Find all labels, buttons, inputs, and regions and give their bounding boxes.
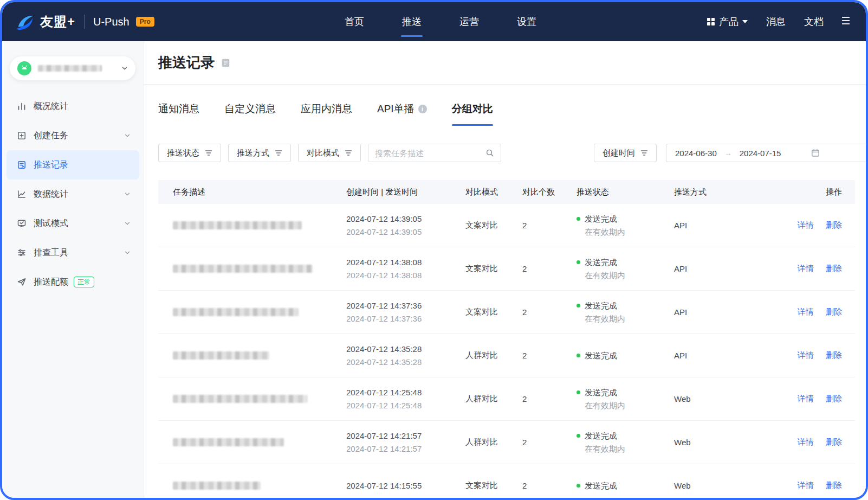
- nav-item-home[interactable]: 首页: [345, 2, 364, 41]
- chevron-down-icon: [121, 65, 128, 72]
- sidebar-item-test-mode[interactable]: 测试模式: [7, 209, 139, 238]
- nav-item-messages[interactable]: 消息: [766, 15, 786, 28]
- calendar-icon[interactable]: [811, 149, 820, 157]
- row-status-text: 发送完成: [585, 479, 617, 492]
- logo-group: 友盟+ U-Push Pro: [14, 2, 154, 41]
- caret-down-icon: [742, 20, 748, 23]
- tab-notification-message[interactable]: 通知消息: [158, 102, 199, 126]
- row-push-method: API: [674, 221, 755, 230]
- sidebar-item-create-task[interactable]: 创建任务: [7, 121, 139, 150]
- row-detail-link[interactable]: 详情: [798, 307, 814, 316]
- row-delete-link[interactable]: 删除: [826, 220, 842, 229]
- row-detail-link[interactable]: 详情: [798, 480, 814, 490]
- push-records-icon: [16, 159, 27, 170]
- brand-name: 友盟+: [40, 13, 75, 30]
- row-compare-mode: 人群对比: [465, 394, 522, 404]
- date-range-picker[interactable]: 2024-06-30 → 2024-07-15: [666, 144, 867, 162]
- row-sent-time: 2024-07-12 14:38:08: [346, 269, 465, 282]
- push-method-filter[interactable]: 推送方式: [228, 144, 291, 162]
- sidebar-item-overview[interactable]: 概况统计: [7, 92, 139, 121]
- sidebar-item-label: 创建任务: [34, 130, 68, 142]
- tab-group-compare[interactable]: 分组对比: [452, 102, 493, 126]
- row-compare-count: 2: [522, 351, 576, 360]
- row-detail-link[interactable]: 详情: [798, 437, 814, 446]
- nav-item-settings[interactable]: 设置: [517, 2, 536, 41]
- row-compare-mode: 文案对比: [465, 264, 522, 274]
- tab-custom-message[interactable]: 自定义消息: [224, 102, 276, 126]
- row-sent-time: 2024-07-12 14:25:48: [346, 399, 465, 412]
- row-compare-count: 2: [522, 307, 576, 317]
- nav-item-docs[interactable]: 文档: [804, 15, 824, 28]
- date-start[interactable]: 2024-06-30: [675, 149, 717, 158]
- sidebar-item-data-stats[interactable]: 数据统计: [7, 180, 139, 209]
- create-time-filter[interactable]: 创建时间: [594, 144, 657, 162]
- task-desc-redacted: [173, 221, 302, 229]
- row-compare-mode: 文案对比: [465, 480, 522, 491]
- status-dot: [576, 260, 580, 264]
- sidebar-item-troubleshoot[interactable]: 排查工具: [7, 238, 139, 267]
- secondary-nav: 产品 消息 文档: [707, 2, 850, 41]
- table-row: 2024-07-12 14:25:48 2024-07-12 14:25:48 …: [158, 377, 855, 421]
- product-name: U-Push: [93, 16, 129, 28]
- app-selector[interactable]: [10, 56, 135, 80]
- row-status-sub: 在有效期内: [576, 312, 674, 325]
- row-created-time: 2024-07-12 14:38:08: [346, 256, 465, 269]
- tab-inapp-message[interactable]: 应用内消息: [301, 102, 352, 126]
- row-delete-link[interactable]: 删除: [826, 350, 842, 360]
- status-dot: [576, 484, 580, 488]
- row-delete-link[interactable]: 删除: [826, 264, 842, 273]
- nav-item-operation[interactable]: 运营: [459, 2, 479, 41]
- monitor-icon: [16, 218, 27, 229]
- search-icon[interactable]: [485, 149, 494, 157]
- row-sent-time: 2024-07-12 14:37:36: [346, 312, 465, 325]
- table-row: 2024-07-12 14:21:57 2024-07-12 14:21:57 …: [158, 421, 855, 464]
- filter-icon: [205, 150, 212, 156]
- row-created-time: 2024-07-12 14:25:48: [346, 386, 465, 399]
- sidebar-item-push-quota[interactable]: 推送配额 正常: [7, 267, 139, 297]
- search-input[interactable]: [375, 149, 485, 158]
- tab-api-unicast[interactable]: API单播i: [377, 102, 427, 126]
- sidebar-item-label: 测试模式: [34, 218, 68, 229]
- row-sent-time: 2024-07-12 14:35:28: [346, 356, 465, 369]
- notes-icon[interactable]: [221, 58, 230, 68]
- status-dot: [576, 390, 580, 394]
- clipped-nav-item: [842, 17, 850, 27]
- row-delete-link[interactable]: 删除: [826, 307, 842, 316]
- col-push-status: 推送状态: [576, 187, 674, 197]
- sidebar-item-label: 推送配额: [34, 277, 68, 288]
- info-icon[interactable]: i: [418, 105, 427, 113]
- table-row: 2024-07-12 14:15:55 文案对比 2 发送完成 Web 详情 删…: [158, 464, 855, 500]
- sidebar-menu: 概况统计 创建任务 推送记录 数据统计: [2, 92, 144, 297]
- sidebar: 概况统计 创建任务 推送记录 数据统计: [2, 41, 144, 498]
- line-chart-icon: [16, 189, 27, 200]
- status-dot: [576, 434, 580, 438]
- row-detail-link[interactable]: 详情: [798, 394, 814, 403]
- date-end[interactable]: 2024-07-15: [740, 149, 781, 158]
- row-sent-time: 2024-07-12 14:21:57: [346, 443, 465, 456]
- chevron-down-icon: [124, 220, 131, 227]
- row-delete-link[interactable]: 删除: [826, 480, 842, 490]
- row-push-method: Web: [674, 394, 755, 403]
- row-detail-link[interactable]: 详情: [798, 264, 814, 273]
- task-desc-redacted: [173, 438, 284, 446]
- records-table: 任务描述 创建时间 | 发送时间 对比模式 对比个数 推送状态 推送方式 操作 …: [158, 180, 855, 500]
- row-detail-link[interactable]: 详情: [798, 350, 814, 360]
- push-status-filter[interactable]: 推送状态: [158, 144, 221, 162]
- row-created-time: 2024-07-12 14:21:57: [346, 430, 465, 443]
- row-push-method: Web: [674, 438, 755, 447]
- sidebar-item-push-records[interactable]: 推送记录: [7, 150, 139, 180]
- row-created-time: 2024-07-12 14:35:28: [346, 343, 465, 356]
- chevron-down-icon: [124, 249, 131, 256]
- col-push-method: 推送方式: [674, 187, 755, 197]
- row-detail-link[interactable]: 详情: [798, 220, 814, 229]
- status-dot: [576, 304, 580, 307]
- nav-item-push[interactable]: 推送: [402, 2, 422, 41]
- umeng-logo-icon: [14, 11, 35, 32]
- compare-mode-filter[interactable]: 对比模式: [298, 144, 361, 162]
- chevron-down-icon: [124, 132, 131, 139]
- row-delete-link[interactable]: 删除: [826, 394, 842, 403]
- row-compare-count: 2: [522, 264, 576, 273]
- table-row: 2024-07-12 14:38:08 2024-07-12 14:38:08 …: [158, 247, 855, 291]
- nav-item-products[interactable]: 产品: [707, 15, 748, 28]
- row-delete-link[interactable]: 删除: [826, 437, 842, 446]
